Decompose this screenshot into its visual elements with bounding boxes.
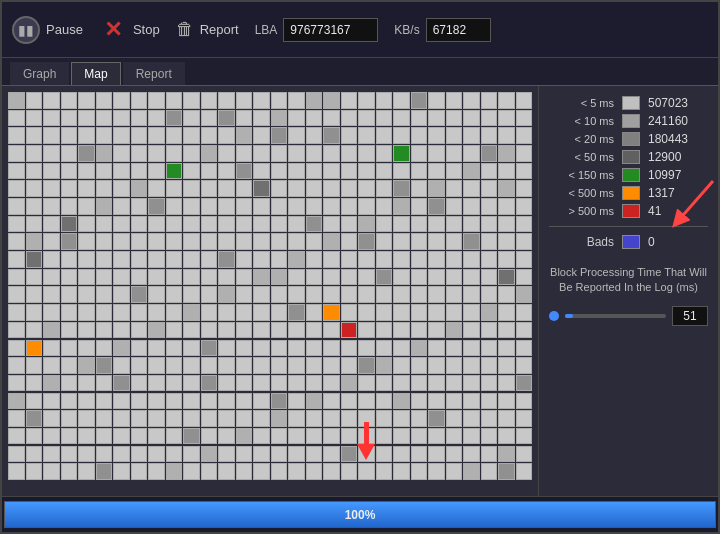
grid-cell [306, 322, 323, 339]
grid-cell [323, 340, 340, 357]
grid-cell [8, 322, 25, 339]
legend-color-gt500 [622, 204, 640, 218]
legend-label-lt150: < 150 ms [549, 169, 614, 181]
grid-cell [113, 216, 130, 233]
grid-cell [8, 410, 25, 427]
grid-cell [341, 127, 358, 144]
slider-dot [549, 311, 559, 321]
grid-cell [183, 145, 200, 162]
lba-input[interactable] [283, 18, 378, 42]
grid-cell [131, 233, 148, 250]
grid-cell [253, 233, 270, 250]
grid-cell [218, 110, 235, 127]
pause-button[interactable]: ▮▮ Pause [12, 16, 83, 44]
grid-cell [288, 233, 305, 250]
report-button[interactable]: 🗑 Report [176, 19, 239, 40]
slider-track[interactable] [565, 314, 666, 318]
grid-cell [411, 216, 428, 233]
tab-graph[interactable]: Graph [10, 62, 69, 85]
progress-bar-area: 100% [2, 496, 718, 532]
grid-cell [323, 145, 340, 162]
grid-cell [26, 340, 43, 357]
grid-cell [113, 251, 130, 268]
grid-cell [166, 269, 183, 286]
grid-cell [271, 375, 288, 392]
kbs-input[interactable] [426, 18, 491, 42]
tab-map[interactable]: Map [71, 62, 120, 85]
grid-cell [183, 286, 200, 303]
grid-cell [61, 340, 78, 357]
bads-count: 0 [648, 235, 655, 249]
grid-cell [358, 251, 375, 268]
grid-cell [218, 145, 235, 162]
grid-cell [96, 304, 113, 321]
grid-cell [271, 269, 288, 286]
grid-cell [201, 393, 218, 410]
grid-cell [61, 410, 78, 427]
grid-cell [96, 269, 113, 286]
grid-cell [393, 110, 410, 127]
slider-value-input[interactable] [672, 306, 708, 326]
grid-cell [376, 446, 393, 463]
grid-cell [341, 304, 358, 321]
grid-cell [323, 198, 340, 215]
grid-cell [201, 145, 218, 162]
grid-cell [113, 180, 130, 197]
grid-cell [253, 463, 270, 480]
kbs-label: KB/s [394, 23, 419, 37]
grid-cell [288, 92, 305, 109]
grid-cell [8, 145, 25, 162]
grid-cell [183, 357, 200, 374]
grid-cell [131, 216, 148, 233]
legend-count-lt50: 12900 [648, 150, 681, 164]
grid-cell [166, 180, 183, 197]
grid-cell [96, 322, 113, 339]
grid-cell [306, 463, 323, 480]
grid-cell [166, 446, 183, 463]
legend-label-lt20: < 20 ms [549, 133, 614, 145]
grid-cell [341, 393, 358, 410]
grid-cell [358, 357, 375, 374]
tab-report[interactable]: Report [123, 62, 185, 85]
legend-color-lt10 [622, 114, 640, 128]
grid-cell [498, 357, 515, 374]
grid-cell [201, 340, 218, 357]
grid-cell [113, 322, 130, 339]
grid-cell [201, 180, 218, 197]
grid-cell [201, 92, 218, 109]
progress-label: 100% [345, 508, 376, 522]
legend-row-lt20: < 20 ms 180443 [549, 132, 708, 146]
grid-cell [113, 198, 130, 215]
grid-cell [166, 322, 183, 339]
grid-cell [148, 375, 165, 392]
grid-cell [463, 340, 480, 357]
grid-cell [358, 198, 375, 215]
arrow-stem-icon [364, 422, 369, 444]
grid-cell [96, 446, 113, 463]
grid-cell [183, 322, 200, 339]
grid-cell [236, 92, 253, 109]
grid-cell [166, 216, 183, 233]
grid-cell [113, 446, 130, 463]
grid-cell [96, 393, 113, 410]
grid-cell [148, 216, 165, 233]
stop-button[interactable]: ✕ Stop [99, 16, 160, 44]
grid-cell [131, 145, 148, 162]
grid-cell [411, 357, 428, 374]
grid-cell [8, 304, 25, 321]
grid-cell [341, 163, 358, 180]
grid-cell [113, 410, 130, 427]
grid-cell [131, 269, 148, 286]
grid-cell [463, 286, 480, 303]
grid-cell [236, 198, 253, 215]
grid-cell [148, 410, 165, 427]
grid-cell [481, 163, 498, 180]
grid-cell [166, 393, 183, 410]
grid-cell [201, 233, 218, 250]
bads-label: Bads [549, 235, 614, 249]
grid-cell [376, 428, 393, 445]
bads-color [622, 235, 640, 249]
grid-cell [323, 180, 340, 197]
grid-cell [61, 110, 78, 127]
grid-cell [253, 92, 270, 109]
